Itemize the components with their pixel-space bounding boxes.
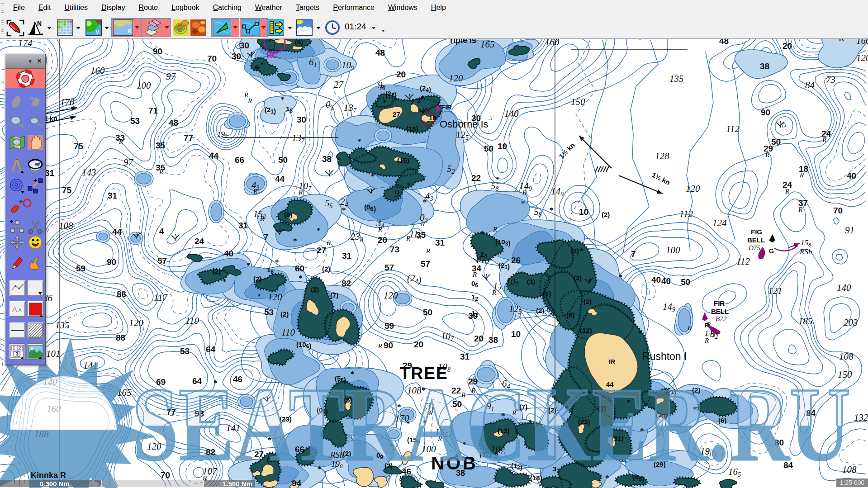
svg-text:R: R (420, 220, 425, 227)
svg-text:38: 38 (322, 154, 332, 164)
svg-text:170: 170 (60, 97, 75, 108)
svg-text:82: 82 (342, 279, 351, 288)
svg-text:73: 73 (826, 74, 835, 85)
svg-text:112: 112 (679, 208, 693, 219)
svg-text:R: R (492, 289, 496, 296)
svg-text:107: 107 (441, 331, 454, 342)
svg-text:(2): (2) (253, 275, 261, 283)
svg-text:3: 3 (16, 351, 19, 356)
svg-text:2: 2 (19, 346, 21, 351)
svg-text:30: 30 (240, 41, 249, 50)
svg-text:BELL: BELL (711, 308, 729, 315)
svg-text:50: 50 (278, 155, 288, 165)
svg-text:R: R (128, 28, 131, 34)
svg-text:75: 75 (62, 185, 72, 195)
svg-text:128: 128 (655, 151, 669, 161)
svg-text:40: 40 (224, 249, 233, 258)
svg-text:58: 58 (534, 206, 542, 218)
svg-text:A: A (18, 307, 22, 313)
svg-text:110: 110 (185, 315, 199, 326)
svg-text:R: R (260, 215, 264, 222)
svg-text:20: 20 (378, 235, 387, 245)
svg-text:44: 44 (275, 174, 285, 184)
svg-text:31: 31 (108, 191, 118, 200)
svg-text:(2): (2) (311, 285, 319, 293)
svg-text:88: 88 (116, 333, 125, 342)
svg-text:+: + (10, 218, 14, 225)
svg-text:*: * (580, 246, 584, 255)
svg-text:120: 120 (856, 52, 868, 63)
svg-text:20: 20 (396, 70, 406, 79)
svg-text:(2): (2) (280, 310, 289, 318)
svg-text:R: R (378, 342, 382, 350)
svg-text:44: 44 (209, 151, 219, 161)
svg-text:44: 44 (112, 227, 122, 237)
svg-text:53: 53 (180, 346, 190, 356)
svg-text:50: 50 (423, 308, 432, 317)
svg-text:R: R (687, 324, 692, 332)
svg-text:20: 20 (474, 334, 484, 343)
svg-text:30: 30 (297, 115, 306, 124)
svg-text:1½ kn: 1½ kn (651, 171, 672, 186)
svg-text:B72: B72 (716, 315, 727, 322)
svg-text:140: 140 (837, 282, 851, 293)
svg-text:R: R (426, 247, 430, 255)
svg-text:*: * (317, 226, 321, 235)
svg-text:*: * (258, 292, 261, 300)
svg-text:16: 16 (429, 114, 436, 122)
svg-text:158: 158 (801, 238, 811, 248)
svg-text:120: 120 (268, 292, 282, 303)
svg-text:*: * (480, 229, 484, 238)
svg-text:*: * (260, 60, 264, 69)
svg-text:165: 165 (480, 39, 495, 50)
svg-text:59: 59 (76, 264, 85, 273)
svg-text:135: 135 (55, 320, 70, 331)
svg-text:90: 90 (107, 257, 116, 267)
svg-text:26: 26 (511, 256, 521, 265)
svg-text:40: 40 (651, 275, 661, 284)
svg-text:203: 203 (844, 317, 858, 328)
svg-text:71: 71 (148, 106, 158, 115)
svg-text:Rushton I: Rushton I (642, 351, 687, 362)
svg-text:R: R (326, 239, 331, 246)
svg-text:48: 48 (375, 48, 385, 57)
svg-text:R: R (493, 226, 497, 233)
svg-text:*: * (280, 95, 285, 104)
svg-text:120: 120 (686, 183, 700, 194)
svg-text:135: 135 (669, 73, 684, 84)
svg-text:77: 77 (184, 133, 193, 142)
svg-text:(12): (12) (580, 327, 592, 334)
svg-text:27: 27 (317, 246, 326, 255)
svg-text:40: 40 (661, 276, 671, 286)
svg-text:57: 57 (157, 256, 167, 265)
svg-text:FIR: FIR (441, 103, 452, 111)
svg-text:*: * (421, 94, 425, 102)
svg-text:(2): (2) (602, 211, 610, 218)
svg-text:22: 22 (471, 173, 481, 183)
svg-text:R: R (298, 189, 303, 196)
svg-text:R: R (798, 206, 802, 213)
svg-text:31: 31 (460, 352, 470, 361)
svg-text:108: 108 (59, 220, 73, 231)
svg-text:31: 31 (238, 221, 248, 230)
svg-text:125: 125 (456, 129, 469, 141)
svg-text:75: 75 (74, 142, 84, 151)
svg-text:149: 149 (663, 301, 675, 313)
svg-text:*: * (495, 175, 499, 184)
svg-text:20: 20 (783, 41, 792, 51)
svg-text:174: 174 (18, 38, 33, 48)
svg-text:*: * (342, 206, 346, 214)
svg-text:*: * (357, 137, 361, 146)
svg-text:(6): (6) (295, 38, 303, 46)
svg-text:60: 60 (295, 264, 304, 273)
svg-text:31: 31 (342, 251, 352, 261)
svg-text:120: 120 (129, 317, 143, 328)
svg-text:D75: D75 (748, 244, 760, 251)
svg-text:84: 84 (805, 80, 815, 90)
svg-text:BELL: BELL (747, 236, 765, 244)
svg-text:RSh: RSh (799, 247, 812, 256)
svg-text:(8): (8) (566, 311, 574, 319)
svg-text:160: 160 (90, 65, 105, 76)
svg-text:⁜: ⁜ (254, 64, 260, 71)
svg-text:53: 53 (130, 116, 140, 126)
